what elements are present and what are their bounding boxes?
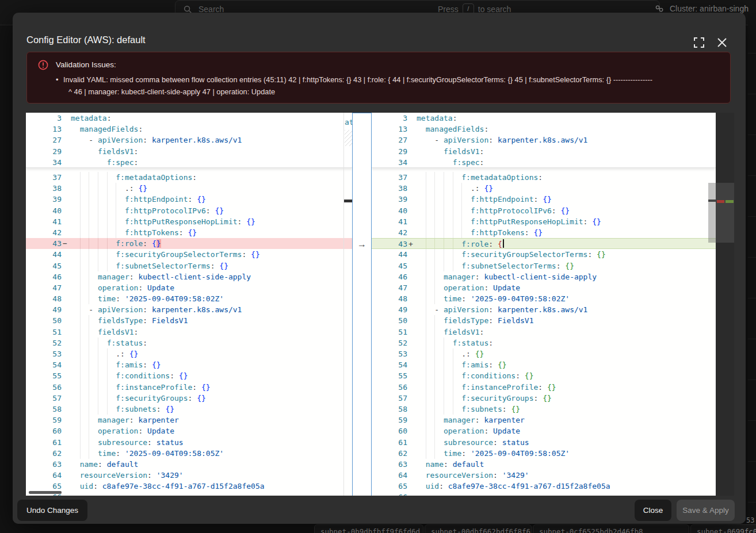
code-line: 58 f:subnets: {} — [26, 404, 352, 415]
error-icon — [38, 60, 48, 70]
code-line: 41 f:httpPutResponseHopLimit: {} — [26, 216, 352, 227]
ruler-diff-mark — [344, 200, 352, 202]
line-number: 37 — [26, 172, 62, 183]
cluster-label: Cluster: anirban-singh — [670, 4, 749, 13]
code-text: - apiVersion: karpenter.k8s.aws/v1 — [71, 135, 242, 145]
line-number: 43 — [372, 239, 407, 250]
code-line: 55 f:conditions: {} — [26, 370, 352, 381]
vertical-scrollbar[interactable] — [708, 183, 716, 243]
code-line: 39 f:httpEndpoint: {} — [26, 194, 352, 205]
code-text: - apiVersion: karpenter.k8s.aws/v1 — [71, 304, 242, 315]
line-number: 64 — [372, 470, 407, 481]
line-number: 47 — [372, 282, 407, 293]
code-text: fieldsV1: — [71, 327, 138, 338]
code-text: f:securityGroupSelectorTerms: {} — [417, 249, 606, 260]
line-number: 47 — [26, 282, 62, 293]
code-line: 56 f:instanceProfile: {} — [372, 382, 716, 393]
code-line: 65 uid: c8afe97e-38cc-4f91-a767-d15f2a8f… — [372, 481, 716, 492]
line-number: 60 — [372, 425, 407, 436]
line-number: 34 — [372, 157, 407, 168]
code-text: f:amis: {} — [71, 359, 161, 370]
code-text: f:httpPutResponseHopLimit: {} — [71, 216, 255, 227]
code-line: 44 f:securityGroupSelectorTerms: {} — [372, 249, 716, 260]
close-button[interactable] — [715, 36, 730, 51]
code-line: 57 f:securityGroups: {} — [372, 393, 716, 404]
code-text: f:httpProtocolIPv6: {} — [417, 205, 570, 216]
code-line: 43+ f:role: { — [372, 238, 716, 249]
line-number: 29 — [26, 146, 62, 157]
code-text: name: default — [71, 459, 138, 470]
code-text: uid: c8afe97e-38cc-4f91-a767-d15f2a8fe05… — [417, 481, 610, 492]
code-line: 50 fieldsType: FieldsV1 — [26, 315, 352, 326]
code-text: f:metadataOptions: — [71, 172, 197, 183]
modified-code-lines: 37 f:metadataOptions:38 .: {}39 f:httpEn… — [372, 168, 716, 496]
code-line: 29 fieldsV1: — [372, 146, 716, 157]
undo-changes-button[interactable]: Undo Changes — [17, 500, 87, 521]
modified-editor[interactable]: 37 f:metadataOptions:38 .: {}39 f:httpEn… — [372, 113, 716, 496]
code-line: 59 manager: karpenter — [26, 415, 352, 425]
code-line: 54 f:amis: {} — [372, 359, 716, 370]
line-number: 46 — [372, 271, 407, 282]
line-number: 59 — [26, 415, 62, 425]
code-text: fieldsV1: — [417, 327, 484, 338]
line-number: 54 — [26, 359, 62, 370]
code-text: .: {} — [71, 348, 138, 359]
code-text: f:status: — [71, 338, 147, 348]
code-line: 3metadata: — [26, 113, 352, 124]
line-number: 40 — [26, 205, 62, 216]
code-line: 46 manager: kubectl-client-side-apply — [26, 271, 352, 282]
line-number: 27 — [372, 135, 407, 145]
code-text: time: '2025-09-04T09:58:05Z' — [71, 448, 224, 459]
minimap-removed-mark — [717, 200, 724, 203]
code-text: f:conditions: {} — [71, 370, 188, 381]
line-number: 62 — [372, 448, 407, 459]
code-line: 40 f:httpProtocolIPv6: {} — [26, 205, 352, 216]
code-line: 60 operation: Update — [372, 425, 716, 436]
original-editor[interactable]: 37 f:metadataOptions:38 .: {}39 f:httpEn… — [26, 113, 352, 496]
code-line: 60 operation: Update — [26, 425, 352, 436]
subnet-cell: subnet-00dbf662bdf6f8f6f — [425, 524, 532, 533]
line-number: 44 — [26, 249, 62, 260]
fullscreen-icon — [694, 37, 704, 48]
bullet: • — [56, 74, 63, 86]
code-line: 40 f:httpProtocolIPv6: {} — [372, 205, 716, 216]
code-text: f:instanceProfile: {} — [417, 382, 556, 393]
line-number: 13 — [26, 124, 62, 135]
code-text: f:role: {} — [71, 238, 161, 249]
code-text: uid: c8afe97e-38cc-4f91-a767-d15f2a8fe05… — [71, 481, 265, 492]
line-number: 49 — [26, 304, 62, 315]
subnet-cell: subnet-0cf6525bdb2d46fb8 — [533, 524, 689, 533]
code-text: f:httpTokens: {} — [417, 227, 543, 238]
code-text: subresource: status — [71, 437, 184, 448]
code-line: 52 f:status: — [372, 338, 716, 348]
cluster-selector[interactable]: Cluster: anirban-singh — [655, 3, 756, 13]
code-line: 55 f:conditions: {} — [372, 370, 716, 381]
minimap-slider[interactable] — [716, 183, 734, 243]
fullscreen-button[interactable] — [692, 36, 707, 51]
code-text: time: '2025-09-04T09:58:02Z' — [71, 293, 224, 304]
code-line: 42 f:httpTokens: {} — [26, 227, 352, 238]
code-line: 63 name: default — [372, 459, 716, 470]
code-text: subresource: status — [417, 437, 529, 448]
code-text: fieldsV1: — [417, 146, 484, 157]
code-text: operation: Update — [71, 282, 174, 293]
hatch-pattern — [345, 130, 352, 146]
save-apply-button[interactable]: Save & Apply — [677, 500, 735, 521]
code-text: f:instanceProfile: {} — [71, 382, 211, 393]
line-number: 27 — [26, 135, 62, 145]
code-line: 65 uid: c8afe97e-38cc-4f91-a767-d15f2a8f… — [26, 481, 352, 492]
diff-editor: 37 f:metadataOptions:38 .: {}39 f:httpEn… — [26, 113, 734, 496]
code-text: fieldsType: FieldsV1 — [71, 315, 188, 326]
line-number: 29 — [372, 146, 407, 157]
close-footer-button[interactable]: Close — [635, 500, 671, 521]
code-text: metadata: — [71, 113, 111, 124]
line-number: 52 — [26, 338, 62, 348]
line-number: 46 — [26, 271, 62, 282]
revert-arrow-icon[interactable]: → — [353, 239, 371, 250]
horizontal-scrollbar[interactable] — [29, 491, 62, 494]
code-line: 58 f:subnets: {} — [372, 404, 716, 415]
line-number: 42 — [26, 227, 62, 238]
code-line: 59 manager: karpenter — [372, 415, 716, 425]
minimap[interactable] — [716, 113, 734, 496]
code-line: 42 f:httpTokens: {} — [372, 227, 716, 238]
